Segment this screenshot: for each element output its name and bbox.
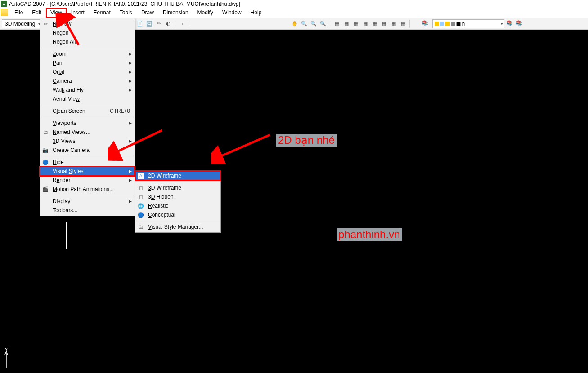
submenu-item-3d-hidden[interactable]: ◻3D Hidden	[135, 192, 220, 201]
annotation-hint: 2D bạn nhé	[276, 134, 337, 147]
wireframe-3d-icon: ◻	[137, 184, 144, 191]
menu-item-zoom[interactable]: Zoom▶	[40, 49, 135, 58]
submenu-arrow-icon: ▶	[129, 61, 132, 65]
toolbar-separator	[175, 20, 175, 28]
menu-format[interactable]: Format	[89, 8, 115, 18]
tool-icon[interactable]: ▦	[399, 20, 407, 28]
layer-manager-icon[interactable]: 📚	[421, 19, 429, 27]
menu-item-clean-screen[interactable]: Clean ScreenCTRL+0	[40, 107, 135, 115]
menu-item-3d-views[interactable]: 3D Views▶	[40, 137, 135, 146]
tool-icon[interactable]: ▦	[333, 20, 341, 28]
tool-icon[interactable]: ▦	[380, 20, 388, 28]
toolbar-separator	[409, 20, 410, 28]
menu-item-visual-styles[interactable]: Visual Styles▶	[40, 167, 135, 176]
tool-icon[interactable]: 📄	[136, 20, 144, 28]
hide-icon: 🔵	[42, 159, 49, 166]
file-icon[interactable]	[1, 9, 8, 16]
submenu-arrow-icon: ▶	[129, 169, 132, 173]
menu-insert[interactable]: Insert	[67, 8, 89, 18]
menu-separator	[41, 117, 134, 117]
menu-item-regen[interactable]: Regen	[40, 28, 135, 37]
workspace-dropdown[interactable]: 3D Modeling	[2, 19, 42, 28]
tool-icon[interactable]: 📚	[515, 19, 523, 27]
pencil-icon: ✏	[42, 20, 49, 27]
menu-item-create-camera[interactable]: 📷Create Camera	[40, 146, 135, 155]
toolbar-separator	[330, 20, 330, 28]
submenu-item-conceptual[interactable]: 🔵Conceptual	[135, 210, 220, 219]
color-swatch	[456, 22, 461, 26]
submenu-item-realistic[interactable]: 🌐Realistic	[135, 201, 220, 210]
manager-icon: 🗂	[137, 223, 144, 231]
freeze-icon	[440, 22, 444, 26]
title-bar: A AutoCAD 2007 - [C:\Users\Public\TRIEN …	[0, 0, 588, 8]
menu-edit[interactable]: Edit	[27, 8, 46, 18]
menu-item-toolbars[interactable]: Toolbars...	[40, 206, 135, 215]
menu-item-named-views[interactable]: 🗂Named Views...	[40, 128, 135, 137]
menu-item-display[interactable]: Display▶	[40, 197, 135, 206]
menu-item-regen-all[interactable]: Regen All	[40, 37, 135, 46]
app-icon: A	[1, 1, 7, 7]
menu-modify[interactable]: Modify	[193, 8, 218, 18]
tool-icon[interactable]: ✏	[155, 20, 163, 28]
submenu-arrow-icon: ▶	[129, 70, 132, 74]
zoom-window-icon[interactable]: 🔍	[310, 20, 318, 28]
menu-dimension[interactable]: Dimension	[158, 8, 193, 18]
menu-help[interactable]: Help	[246, 8, 266, 18]
menu-draw[interactable]: Draw	[137, 8, 158, 18]
menu-item-orbit[interactable]: Orbit▶	[40, 67, 135, 76]
annotation-watermark: phanthinh.vn	[337, 228, 402, 241]
menu-item-walk-fly[interactable]: Walk and Fly▶	[40, 85, 135, 94]
layer-dropdown[interactable]: h	[432, 19, 504, 28]
menu-separator	[41, 48, 134, 48]
tool-icon[interactable]: ▦	[371, 20, 379, 28]
submenu-item-2d-wireframe[interactable]: A2D Wireframe	[135, 171, 220, 180]
menu-item-redraw[interactable]: ✏Redraw	[40, 19, 135, 28]
pan-icon[interactable]: ✋	[291, 20, 299, 28]
wireframe-2d-icon: A	[137, 172, 144, 179]
menu-separator	[136, 221, 220, 221]
menu-window[interactable]: Window	[218, 8, 246, 18]
view-menu: ✏Redraw Regen Regen All Zoom▶ Pan▶ Orbit…	[40, 18, 135, 216]
realistic-icon: 🌐	[137, 202, 144, 209]
hidden-3d-icon: ◻	[137, 193, 144, 200]
tool-icon[interactable]: ▫	[178, 20, 186, 28]
menu-item-aerial-view[interactable]: Aerial View	[40, 94, 135, 103]
toolbar-separator	[189, 20, 189, 28]
tool-icon[interactable]: ▦	[342, 20, 350, 28]
tool-icon[interactable]: ▦	[352, 20, 360, 28]
workspace-label: 3D Modeling	[5, 21, 35, 27]
ucs-icon: Y	[3, 348, 21, 370]
layer-name: h	[462, 21, 465, 27]
submenu-arrow-icon: ▶	[129, 88, 132, 92]
tool-icon[interactable]: 🔄	[145, 20, 153, 28]
conceptual-icon: 🔵	[137, 211, 144, 218]
zoom-prev-icon[interactable]: 🔍	[319, 20, 327, 28]
tool-icon[interactable]: ◐	[164, 20, 172, 28]
submenu-arrow-icon: ▶	[129, 178, 132, 182]
tool-icon[interactable]: ▦	[361, 20, 369, 28]
menu-separator	[41, 195, 134, 195]
tool-icon[interactable]: 📚	[506, 19, 514, 27]
tool-icon[interactable]: ▦	[390, 20, 398, 28]
submenu-item-3d-wireframe[interactable]: ◻3D Wireframe	[135, 183, 220, 192]
menu-file[interactable]: File	[10, 8, 27, 18]
lock-icon	[451, 22, 455, 26]
menu-item-motion-path[interactable]: 🎬Motion Path Animations...	[40, 185, 135, 194]
submenu-arrow-icon: ▶	[129, 199, 132, 204]
lightbulb-icon	[435, 22, 439, 26]
menu-tools[interactable]: Tools	[115, 8, 137, 18]
zoom-icon[interactable]: 🔍	[300, 20, 308, 28]
menu-item-render[interactable]: Render▶	[40, 176, 135, 185]
menu-separator	[41, 105, 134, 105]
menu-view[interactable]: View	[46, 8, 67, 18]
sun-icon	[445, 22, 450, 26]
svg-text:Y: Y	[4, 348, 8, 353]
menu-item-hide[interactable]: 🔵Hide	[40, 158, 135, 167]
menu-item-pan[interactable]: Pan▶	[40, 58, 135, 67]
menu-bar: File Edit View Insert Format Tools Draw …	[0, 8, 588, 18]
motion-icon: 🎬	[42, 186, 49, 193]
submenu-item-vs-manager[interactable]: 🗂Visual Style Manager...	[135, 222, 220, 231]
submenu-arrow-icon: ▶	[129, 121, 132, 125]
menu-item-camera[interactable]: Camera▶	[40, 76, 135, 85]
menu-item-viewports[interactable]: Viewports▶	[40, 119, 135, 128]
